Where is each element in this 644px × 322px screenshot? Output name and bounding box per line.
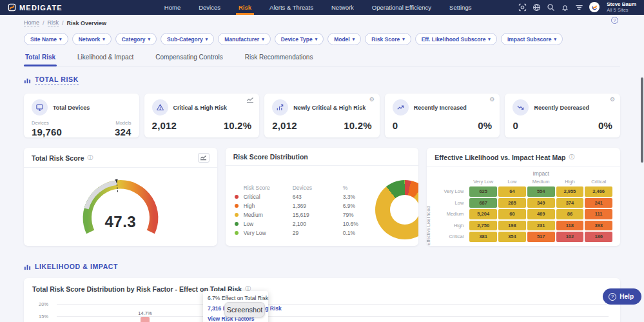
panel-title: Total Risk Score bbox=[32, 154, 84, 162]
row-label[interactable]: Very Low bbox=[244, 230, 293, 236]
filter-manufacturer[interactable]: Manufacturer▾ bbox=[218, 33, 270, 45]
heatmap-cell[interactable]: 5,204 bbox=[469, 209, 497, 219]
total-risk-score-gauge[interactable] bbox=[24, 168, 217, 246]
row-label[interactable]: Medium bbox=[244, 212, 293, 218]
heatmap-cell[interactable]: 381 bbox=[469, 232, 497, 242]
tab-risk-recommendations[interactable]: Risk Recommendations bbox=[244, 51, 315, 66]
nav-alerts-threats[interactable]: Alerts & Threats bbox=[269, 0, 313, 15]
heatmap-cell[interactable]: 231 bbox=[527, 221, 555, 231]
heatmap-cell[interactable]: 111 bbox=[585, 209, 612, 219]
filter-model[interactable]: Model▾ bbox=[327, 33, 361, 45]
heatmap-cell[interactable]: 354 bbox=[498, 232, 526, 242]
heatmap-cell[interactable]: 86 bbox=[556, 209, 584, 219]
row-percent: 6.9% bbox=[343, 203, 375, 209]
heatmap-row-label: Low bbox=[433, 200, 468, 206]
heatmap-cell[interactable]: 2,750 bbox=[469, 221, 497, 231]
gear-icon[interactable]: ⚙ bbox=[489, 97, 494, 103]
filter-category[interactable]: Category▾ bbox=[115, 33, 157, 45]
filter-icon[interactable] bbox=[575, 3, 583, 12]
breadcrumb-risk[interactable]: Risk bbox=[48, 19, 59, 26]
heatmap-cell[interactable]: 2,466 bbox=[585, 186, 612, 197]
filter-risk-score[interactable]: Risk Score▾ bbox=[365, 33, 411, 45]
nav-network[interactable]: Network bbox=[331, 0, 354, 15]
filter-label: Category bbox=[122, 36, 146, 43]
collector-scan-icon[interactable] bbox=[518, 3, 527, 12]
search-icon[interactable] bbox=[547, 3, 555, 12]
tab-compensating-controls[interactable]: Compensating Controls bbox=[154, 51, 224, 66]
gear-icon[interactable]: ⚙ bbox=[369, 97, 375, 103]
heatmap-cell[interactable]: 118 bbox=[556, 221, 584, 231]
heatmap-cell[interactable]: 60 bbox=[498, 209, 526, 219]
card-title: Newly Critical & High Risk bbox=[293, 105, 366, 111]
card-critical-high-risk[interactable]: Critical & High Risk 2,012 10.2% bbox=[144, 94, 260, 137]
legend-dot bbox=[235, 204, 239, 208]
filter-eff-likelihood-subscore[interactable]: Eff. Likelihood Subscore▾ bbox=[415, 33, 497, 45]
nav-settings[interactable]: Settings bbox=[449, 0, 471, 15]
heatmap-cell[interactable]: 285 bbox=[498, 198, 526, 208]
heatmap-cell[interactable]: 349 bbox=[527, 198, 555, 208]
heatmap-cell[interactable]: 186 bbox=[585, 232, 612, 242]
card-total-devices[interactable]: Total Devices Devices 19,760 Models 324 bbox=[24, 94, 139, 137]
trend-up-icon bbox=[393, 99, 409, 116]
nav-home[interactable]: Home bbox=[164, 0, 181, 15]
line-chart-icon[interactable] bbox=[246, 97, 254, 105]
card-title: Critical & High Risk bbox=[173, 105, 228, 111]
y-axis-label: % Of Total Risk bbox=[26, 298, 32, 322]
filter-impact-subscore[interactable]: Impact Subscore▾ bbox=[501, 33, 563, 45]
heatmap-cell[interactable]: 374 bbox=[556, 198, 584, 208]
user-avatar[interactable] bbox=[589, 2, 600, 12]
card-recently-increased[interactable]: ⚙ Recently Increased 0 0% bbox=[385, 94, 500, 137]
critical-high-count: 2,012 bbox=[152, 120, 177, 131]
heatmap-cell[interactable]: 393 bbox=[585, 221, 612, 231]
breadcrumb-home[interactable]: Home bbox=[24, 19, 39, 26]
globe-icon[interactable] bbox=[532, 3, 541, 12]
heatmap-cell[interactable]: 687 bbox=[469, 198, 497, 208]
heatmap-col-header: Very Low bbox=[469, 179, 497, 185]
risk-distribution-donut[interactable] bbox=[375, 180, 419, 239]
help-button[interactable]: ? Help bbox=[603, 288, 641, 305]
row-label[interactable]: Critical bbox=[244, 194, 293, 200]
page-help-icon[interactable]: ? bbox=[611, 17, 618, 24]
nav-devices[interactable]: Devices bbox=[199, 0, 220, 15]
row-label[interactable]: High bbox=[244, 203, 293, 209]
filter-site-name[interactable]: Site Name▾ bbox=[24, 33, 68, 45]
recently-decreased-count: 0 bbox=[512, 120, 518, 131]
scrollbar-thumb[interactable] bbox=[641, 77, 643, 163]
row-label[interactable]: Low bbox=[244, 221, 293, 227]
card-title: Recently Decreased bbox=[534, 105, 589, 111]
filter-device-type[interactable]: Device Type▾ bbox=[275, 33, 324, 45]
heatmap-cell[interactable]: 517 bbox=[527, 232, 555, 242]
heatmap: Effective Likelihood Impact Very Low Low… bbox=[427, 166, 620, 246]
heatmap-cell[interactable]: 241 bbox=[585, 198, 612, 208]
gear-icon[interactable]: ⚙ bbox=[610, 97, 615, 103]
summary-cards: Total Devices Devices 19,760 Models 324 bbox=[24, 94, 620, 137]
heatmap-cell[interactable]: 625 bbox=[469, 186, 497, 197]
trend-chart-button[interactable] bbox=[198, 153, 210, 163]
user-block[interactable]: Steve Baum All 5 Sites bbox=[607, 2, 636, 12]
nav-risk[interactable]: Risk bbox=[239, 0, 251, 15]
heatmap-cell[interactable]: 469 bbox=[527, 209, 555, 219]
brand[interactable]: MEDIGATE bbox=[8, 3, 63, 12]
notifications-bell-icon[interactable] bbox=[561, 3, 569, 12]
heatmap-cell[interactable]: 64 bbox=[498, 186, 526, 197]
tab-total-risk[interactable]: Total Risk bbox=[24, 51, 57, 66]
card-newly-critical-high[interactable]: ⚙ Newly Critical & High Risk 2,012 10.2% bbox=[264, 94, 380, 137]
heatmap-cell[interactable]: 198 bbox=[498, 221, 526, 231]
tab-likelihood-impact[interactable]: Likelihood & Impact bbox=[76, 51, 135, 66]
card-recently-decreased[interactable]: ⚙ Recently Decreased 0 0% bbox=[505, 94, 620, 137]
filter-sub-category[interactable]: Sub-Category▾ bbox=[161, 33, 214, 45]
info-icon[interactable]: ⓘ bbox=[569, 153, 574, 161]
filter-label: Impact Subscore bbox=[507, 36, 552, 43]
heatmap-cell[interactable]: 102 bbox=[556, 232, 584, 242]
info-icon[interactable]: ⓘ bbox=[88, 154, 93, 162]
card-title: Recently Increased bbox=[414, 105, 467, 111]
avatar-logo-icon bbox=[591, 4, 598, 11]
heatmap-cell[interactable]: 554 bbox=[527, 186, 555, 197]
risk-factor-bar[interactable] bbox=[141, 317, 150, 322]
warning-triangle-icon bbox=[152, 99, 168, 116]
recently-increased-count: 0 bbox=[393, 120, 398, 131]
heatmap-cell[interactable]: 2,955 bbox=[556, 186, 584, 197]
filter-label: Manufacturer bbox=[224, 36, 259, 43]
filter-network[interactable]: Network▾ bbox=[72, 33, 112, 45]
nav-operational-efficiency[interactable]: Operational Efficiency bbox=[372, 0, 431, 15]
